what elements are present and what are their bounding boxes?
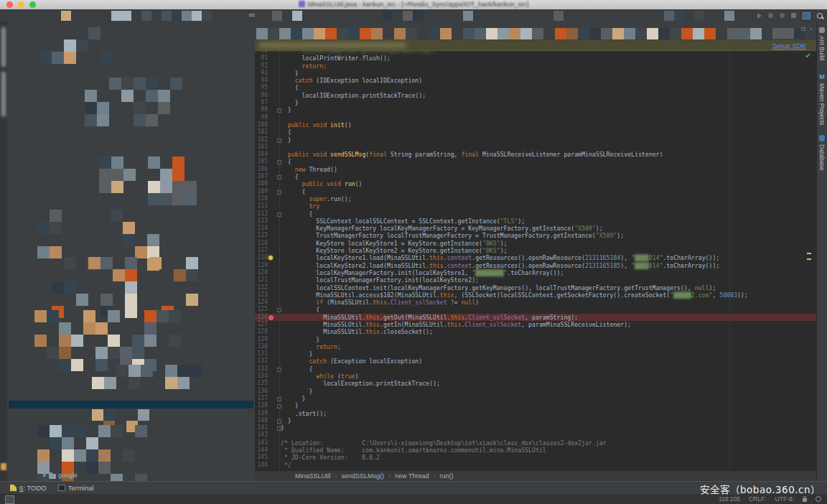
tool-button-maven-projects[interactable]: M Maven Projects <box>818 73 826 126</box>
line-number[interactable]: 123 <box>255 291 268 299</box>
run-icon[interactable] <box>757 13 762 19</box>
tool-button-terminal[interactable]: Terminal <box>58 484 94 492</box>
line-number[interactable]: 112 <box>255 210 268 218</box>
tree-item-google[interactable]: google <box>43 471 78 480</box>
breadcrumb-item[interactable]: sendSSLMsg() <box>342 472 385 480</box>
line-number[interactable]: 117 <box>255 247 268 254</box>
line-ending-selector[interactable]: CRLF: <box>749 495 767 503</box>
tool-button-todo[interactable]: 6: TODO <box>10 484 47 492</box>
fold-marker-icon[interactable] <box>277 190 281 195</box>
code-lines[interactable]: 90 localPrintWriter.println(paramString)… <box>255 47 816 469</box>
fold-marker-icon[interactable] <box>277 308 281 312</box>
tool-button-ant-build[interactable]: Ant Build <box>818 27 826 60</box>
line-number[interactable]: 131 <box>255 350 268 358</box>
coverage-icon[interactable] <box>780 13 785 18</box>
line-number[interactable]: 104 <box>255 151 268 158</box>
line-number[interactable]: 121 <box>255 276 268 284</box>
line-number[interactable]: 114 <box>255 225 268 232</box>
toggle-tool-buttons-icon[interactable] <box>5 495 14 504</box>
fold-marker-icon[interactable] <box>277 419 281 424</box>
encoding-selector[interactable]: UTF-8: <box>775 495 794 503</box>
line-number[interactable]: 110 <box>255 195 268 202</box>
breadcrumb-item[interactable]: MinaSSLUtil <box>295 472 331 480</box>
line-number[interactable]: 94 <box>255 77 268 84</box>
line-number[interactable]: 127 <box>255 321 268 328</box>
line-number[interactable]: 129 <box>255 336 268 343</box>
project-panel[interactable]: google <box>7 22 256 481</box>
line-number[interactable]: 105 <box>255 158 268 165</box>
line-number[interactable]: 107 <box>255 173 268 180</box>
breakpoint-icon[interactable] <box>268 315 274 320</box>
line-number[interactable]: 98 <box>255 106 268 113</box>
line-number[interactable]: 145 <box>255 454 268 461</box>
fold-marker-icon[interactable] <box>277 426 281 431</box>
line-number[interactable]: 124 <box>255 299 268 306</box>
fold-marker-icon[interactable] <box>277 368 281 372</box>
line-number[interactable]: 140 <box>255 417 268 424</box>
intention-bulb-icon[interactable] <box>268 256 273 260</box>
line-number[interactable]: 95 <box>255 84 268 91</box>
debug-icon[interactable] <box>768 13 773 18</box>
expand-arrow-icon[interactable] <box>43 473 47 477</box>
line-number[interactable]: 118 <box>255 254 268 261</box>
line-number[interactable]: 130 <box>255 343 268 350</box>
right-tool-strip[interactable]: Ant Build M Maven Projects Database <box>816 22 827 481</box>
line-number[interactable]: 146 <box>255 462 268 469</box>
line-number[interactable]: 125 <box>255 306 268 313</box>
fold-marker-icon[interactable] <box>277 213 281 217</box>
line-number[interactable]: 113 <box>255 218 268 225</box>
line-number[interactable]: 139 <box>255 410 268 417</box>
tool-button-database[interactable]: Database <box>818 135 826 170</box>
line-number[interactable]: 135 <box>255 380 268 387</box>
inspection-status-icon[interactable]: ✔ <box>805 52 811 60</box>
fold-marker-icon[interactable] <box>277 404 281 409</box>
line-number[interactable]: 102 <box>255 136 268 144</box>
line-number[interactable]: 116 <box>255 240 268 247</box>
line-number[interactable]: 137 <box>255 395 268 402</box>
line-number[interactable]: 103 <box>255 144 268 151</box>
warning-stripe-mark[interactable] <box>807 258 811 260</box>
line-number[interactable]: 133 <box>255 365 268 373</box>
setup-sdk-link[interactable]: Setup SDK <box>772 42 806 50</box>
line-number[interactable]: 100 <box>255 121 268 129</box>
line-number[interactable]: 122 <box>255 284 268 291</box>
lock-icon[interactable] <box>803 498 807 502</box>
warning-stripe-mark[interactable] <box>807 253 811 254</box>
line-number[interactable]: 115 <box>255 232 268 239</box>
line-number[interactable]: 106 <box>255 166 268 173</box>
line-number[interactable]: 108 <box>255 180 268 187</box>
line-number[interactable]: 97 <box>255 99 268 106</box>
line-number[interactable]: 126 <box>255 314 268 321</box>
search-icon[interactable] <box>817 13 823 19</box>
line-number[interactable]: 143 <box>255 439 268 447</box>
stop-icon[interactable] <box>791 13 796 18</box>
fold-marker-icon[interactable] <box>277 175 281 179</box>
hector-inspections-icon[interactable] <box>816 496 821 502</box>
line-number[interactable]: 132 <box>255 358 268 365</box>
line-number[interactable]: 111 <box>255 202 268 210</box>
line-number[interactable]: 144 <box>255 447 268 454</box>
line-number[interactable]: 136 <box>255 388 268 395</box>
line-number[interactable]: 101 <box>255 129 268 136</box>
line-number[interactable]: 109 <box>255 188 268 195</box>
line-number[interactable]: 138 <box>255 402 268 409</box>
line-number[interactable]: 92 <box>255 62 268 70</box>
editor-tab-bar[interactable]: ⊡ › <box>255 22 816 41</box>
breadcrumb-item[interactable]: new Thread <box>395 472 429 480</box>
line-number[interactable]: 119 <box>255 262 268 269</box>
fold-marker-icon[interactable] <box>277 397 281 401</box>
line-number[interactable]: 142 <box>255 431 268 439</box>
line-number[interactable]: 120 <box>255 269 268 276</box>
line-number[interactable]: 141 <box>255 424 268 431</box>
line-number[interactable]: 91 <box>255 55 268 62</box>
breadcrumb-item[interactable]: run() <box>439 472 453 480</box>
editor[interactable]: ⊡ › Setup SDK ✔ 90 localPrintWriter.prin… <box>255 22 816 481</box>
line-number[interactable]: 93 <box>255 70 268 77</box>
tab-bar-corner-icons[interactable]: ⊡ › <box>800 26 813 32</box>
line-number[interactable]: 99 <box>255 114 268 121</box>
fold-marker-icon[interactable] <box>277 108 281 113</box>
fold-marker-icon[interactable] <box>277 160 281 164</box>
restore-layout-icon[interactable] <box>803 12 810 19</box>
selected-tree-row[interactable] <box>9 401 253 409</box>
caret-position[interactable]: 118:105 <box>719 495 740 503</box>
